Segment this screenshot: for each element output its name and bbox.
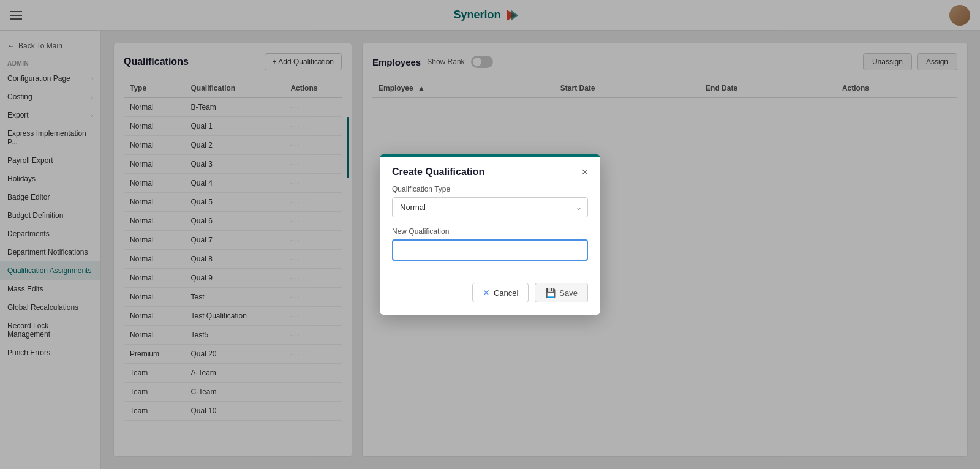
new-qual-label: New Qualification [392, 227, 588, 236]
cancel-x-icon: ✕ [483, 288, 490, 298]
modal-body: Qualification Type Normal Premium Team ⌄… [380, 185, 600, 283]
cancel-button[interactable]: ✕ Cancel [472, 283, 529, 302]
qual-type-select[interactable]: Normal Premium Team [392, 197, 588, 217]
cancel-label: Cancel [494, 288, 518, 298]
modal-title: Create Qualification [392, 167, 484, 178]
create-qualification-modal: Create Qualification × Qualification Typ… [380, 154, 600, 315]
new-qualification-input[interactable] [392, 239, 588, 261]
qual-type-label: Qualification Type [392, 185, 588, 193]
save-button[interactable]: 💾 Save [535, 283, 588, 302]
save-label: Save [559, 288, 578, 298]
new-qual-group: New Qualification [392, 227, 588, 261]
qual-type-group: Qualification Type Normal Premium Team ⌄ [392, 185, 588, 217]
qual-type-select-wrapper: Normal Premium Team ⌄ [392, 197, 588, 217]
modal-footer: ✕ Cancel 💾 Save [380, 283, 600, 315]
save-disk-icon: 💾 [545, 288, 556, 298]
modal-close-button[interactable]: × [581, 167, 588, 178]
modal-overlay[interactable]: Create Qualification × Qualification Typ… [0, 0, 980, 469]
modal-header: Create Qualification × [380, 157, 600, 185]
